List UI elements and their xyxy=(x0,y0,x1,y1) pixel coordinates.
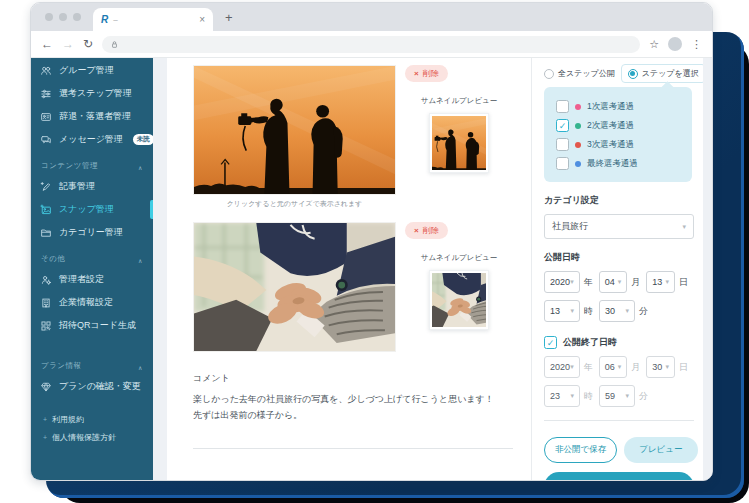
category-setting-label: カテゴリ設定 xyxy=(544,194,694,207)
browser-menu-icon[interactable]: ⋮ xyxy=(691,38,702,51)
sidebar-item-category-management[interactable]: カテゴリー管理 xyxy=(31,221,153,244)
end-hour-select[interactable]: 23▾ xyxy=(544,385,580,407)
people-icon xyxy=(40,65,52,77)
sidebar-item-declined-management[interactable]: 辞退・落選者管理 xyxy=(31,105,153,128)
thumbnail-preview-2 xyxy=(429,270,489,330)
step-option-2[interactable]: ✓ 2次選考通過 xyxy=(556,117,684,134)
publish-end-toggle[interactable]: ✓ 公開終了日時 xyxy=(544,336,694,349)
privacy-policy-link[interactable]: + 個人情報保護方針 xyxy=(31,428,153,446)
step-checkbox[interactable]: ✓ xyxy=(556,119,569,132)
building-icon xyxy=(40,297,52,309)
panel-divider xyxy=(544,420,694,421)
step-option-1[interactable]: ✓ 1次選考通過 xyxy=(556,98,684,115)
back-icon[interactable]: ← xyxy=(41,38,53,50)
browser-tab[interactable]: R – × xyxy=(93,8,213,31)
end-month-select[interactable]: 06▾ xyxy=(599,356,628,378)
tab-close-icon[interactable]: × xyxy=(199,14,205,25)
traffic-light xyxy=(45,13,53,21)
caret-down-icon: ▾ xyxy=(570,363,574,371)
step-checkbox[interactable]: ✓ xyxy=(556,100,569,113)
left-gutter xyxy=(153,58,167,480)
sidebar-item-group-management[interactable]: グループ管理 xyxy=(31,59,153,82)
unit-hour: 時 xyxy=(584,390,593,403)
sidebar-item-plan-change[interactable]: プランの確認・変更 xyxy=(31,375,153,398)
chevron-up-icon: ∧ xyxy=(138,364,143,371)
step-dot xyxy=(575,104,581,110)
publish-end-time-row: 23▾ 時 59▾ 分 xyxy=(544,385,694,407)
sidebar-section-others[interactable]: その他 ∧ xyxy=(31,244,153,268)
selection-steps-box: ✓ 1次選考通過 ✓ 2次選考通過 ✓ 3次選考通過 xyxy=(544,87,692,182)
photo-sunset-camera-silhouettes[interactable] xyxy=(193,65,396,195)
publish-minute-select[interactable]: 30▾ xyxy=(599,300,635,322)
sidebar-section-contents[interactable]: コンテンツ管理 ∧ xyxy=(31,151,153,175)
delete-image-button[interactable]: × 削除 xyxy=(405,222,448,239)
sidebar-item-label: 企業情報設定 xyxy=(59,296,113,309)
person-gear-icon xyxy=(40,274,52,286)
delete-x-icon: × xyxy=(414,69,419,78)
profile-avatar[interactable] xyxy=(668,37,682,51)
end-minute-select[interactable]: 59▾ xyxy=(599,385,635,407)
sidebar-item-admin-settings[interactable]: 管理者設定 xyxy=(31,268,153,291)
radio-icon-selected[interactable] xyxy=(628,69,638,79)
site-favicon: R xyxy=(101,14,108,25)
step-option-3[interactable]: ✓ 3次選考通過 xyxy=(556,136,684,153)
bookmark-star-icon[interactable]: ☆ xyxy=(649,38,659,51)
window-traffic-lights xyxy=(45,13,81,21)
caret-down-icon: ▾ xyxy=(666,278,670,286)
photo-team-hands-stack[interactable] xyxy=(193,222,396,352)
comment-section: コメント 楽しかった去年の社員旅行の写真を、少しづつ上げて行こうと思います！ 先… xyxy=(193,372,513,424)
publish-hour-select[interactable]: 13▾ xyxy=(544,300,580,322)
chevron-up-icon: ∧ xyxy=(138,257,143,264)
delete-x-icon: × xyxy=(414,226,419,235)
radio-select-steps[interactable]: ステップを選択 xyxy=(621,64,703,83)
publish-settings-panel: 全ステップ公開 ステップを選択 ✓ 1次選考通過 ✓ xyxy=(531,58,703,480)
publish-day-select[interactable]: 13▾ xyxy=(646,271,675,293)
terms-of-use-link[interactable]: + 利用規約 xyxy=(31,410,153,428)
save-private-button[interactable]: 非公開で保存 xyxy=(544,437,617,463)
sidebar-item-label: カテゴリー管理 xyxy=(59,226,123,239)
preview-button[interactable]: プレビュー xyxy=(624,437,697,463)
browser-window: R – × + ← → ↻ ☆ ⋮ グループ管理 xyxy=(30,2,713,481)
address-bar[interactable] xyxy=(102,36,640,53)
publish-end-checkbox[interactable]: ✓ xyxy=(544,336,557,349)
unit-hour: 時 xyxy=(584,305,593,318)
thumbnail-image xyxy=(432,116,486,170)
radio-icon[interactable] xyxy=(544,69,554,79)
content-divider xyxy=(193,448,513,449)
caret-down-icon: ▾ xyxy=(570,392,574,400)
new-tab-icon[interactable]: + xyxy=(225,11,233,24)
sidebar-item-label: メッセージ管理 xyxy=(59,133,123,146)
forward-icon[interactable]: → xyxy=(62,38,74,50)
chevron-up-icon: ∧ xyxy=(138,164,143,171)
qr-code-icon xyxy=(40,320,52,332)
reload-icon[interactable]: ↻ xyxy=(83,38,93,50)
sidebar-item-selection-steps[interactable]: 選考ステップ管理 xyxy=(31,82,153,105)
sidebar-item-company-info[interactable]: 企業情報設定 xyxy=(31,291,153,314)
tab-title: – xyxy=(113,15,199,24)
step-checkbox[interactable]: ✓ xyxy=(556,157,569,170)
caret-down-icon: ▾ xyxy=(625,307,629,315)
publish-month-select[interactable]: 04▾ xyxy=(599,271,628,293)
sidebar-item-message-management[interactable]: メッセージ管理 未読 xyxy=(31,128,153,151)
caret-down-icon: ▾ xyxy=(570,307,574,315)
publish-year-select[interactable]: 2020▾ xyxy=(544,271,580,293)
unit-year: 年 xyxy=(584,276,593,289)
sidebar-section-plan[interactable]: プラン情報 ∧ xyxy=(31,351,153,375)
snap-image-block-2: × 削除 サムネイルプレビュー xyxy=(193,222,513,352)
sidebar-item-invite-qr[interactable]: 招待QRコード生成 xyxy=(31,314,153,337)
end-day-select[interactable]: 30▾ xyxy=(646,356,675,378)
step-checkbox[interactable]: ✓ xyxy=(556,138,569,151)
publish-snap-button[interactable]: ↑ スナップを公開する xyxy=(544,472,694,480)
screenshot-stage: R – × + ← → ↻ ☆ ⋮ グループ管理 xyxy=(0,0,749,503)
snap-image-block-1: クリックすると元のサイズで表示されます × 削除 サムネイルプレビュー xyxy=(193,65,513,209)
step-dot xyxy=(575,161,581,167)
unit-minute: 分 xyxy=(639,305,648,318)
sidebar-item-label: 辞退・落選者管理 xyxy=(59,110,131,123)
category-select[interactable]: 社員旅行 ▾ xyxy=(544,214,694,239)
delete-image-button[interactable]: × 削除 xyxy=(405,65,448,82)
end-year-select[interactable]: 2020▾ xyxy=(544,356,580,378)
step-option-final[interactable]: ✓ 最終選考通過 xyxy=(556,155,684,172)
sidebar-item-article-management[interactable]: 記事管理 xyxy=(31,175,153,198)
radio-all-steps-public[interactable]: 全ステップ公開 xyxy=(544,68,615,79)
sidebar-item-snap-management[interactable]: スナップ管理 xyxy=(31,198,153,221)
